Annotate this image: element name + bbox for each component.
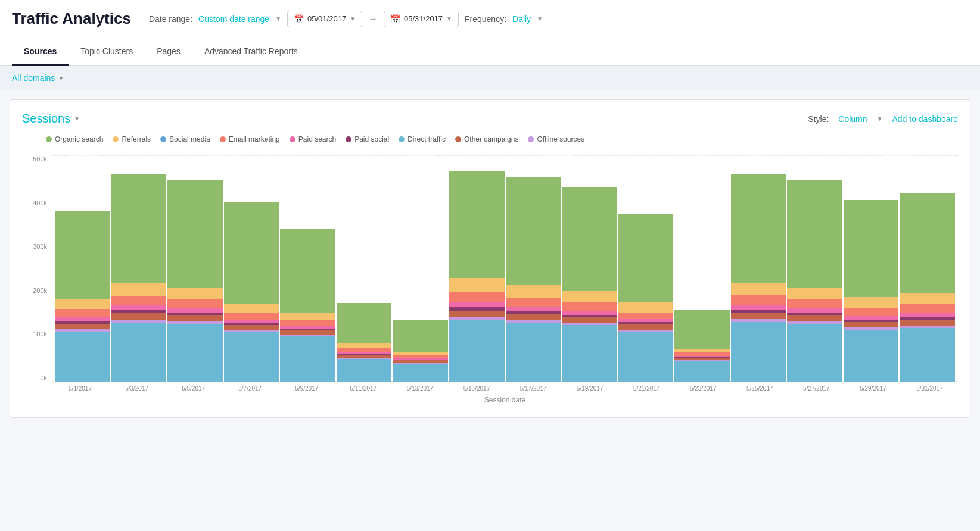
x-axis-label: 5/19/2017 [562, 385, 618, 392]
x-axis-label: 5/11/2017 [335, 385, 391, 392]
tab-advanced-traffic[interactable]: Advanced Traffic Reports [192, 38, 310, 66]
header-controls: Date range: Custom date range ▼ 📅 05/01/… [149, 11, 968, 27]
tab-sources[interactable]: Sources [12, 38, 69, 66]
x-axis-label: 5/1/2017 [52, 385, 108, 392]
bar-group[interactable] [167, 155, 223, 382]
bar-group[interactable] [562, 155, 617, 382]
bar-segment-organic [224, 202, 279, 304]
bar-group[interactable] [618, 155, 674, 382]
bar-segment-direct [55, 332, 110, 382]
legend-dot-offline [528, 136, 534, 142]
bar-group[interactable] [731, 155, 786, 382]
y-axis-label: 300k [33, 243, 47, 250]
bar-segment-referrals [224, 304, 279, 313]
legend-item-paid-search[interactable]: Paid search [290, 135, 336, 143]
tabs-navigation: Sources Topic Clusters Pages Advanced Tr… [0, 38, 980, 66]
legend-item-email[interactable]: Email marketing [220, 135, 280, 143]
x-axis-label: 5/17/2017 [505, 385, 562, 392]
bar-segment-referrals [731, 283, 786, 295]
date-range-arrow: ▼ [275, 15, 281, 22]
bar-segment-referrals [280, 313, 335, 320]
bar-segment-referrals [111, 283, 167, 295]
chart-title[interactable]: Sessions ▼ [22, 112, 80, 126]
legend-item-organic[interactable]: Organic search [46, 135, 103, 143]
style-arrow: ▼ [877, 115, 883, 122]
bar-group[interactable] [900, 155, 955, 382]
legend-dot-referrals [113, 136, 119, 142]
date-to-picker[interactable]: 📅 05/31/2017 ▼ [384, 11, 459, 27]
bar-segment-organic [167, 180, 223, 288]
bar-segment-other [562, 317, 617, 323]
legend-item-paid-social[interactable]: Paid social [346, 135, 389, 143]
bar-segment-other [731, 313, 786, 320]
legend-item-referrals[interactable]: Referrals [113, 135, 151, 143]
bar-segment-organic [787, 180, 842, 288]
bar-group[interactable] [787, 155, 842, 382]
bar-segment-email [167, 299, 223, 308]
x-axis-label: 5/31/2017 [901, 385, 958, 392]
calendar-to-icon: 📅 [390, 14, 400, 24]
bar-group[interactable] [449, 155, 505, 382]
bar-stack [224, 202, 279, 382]
bar-group[interactable] [337, 155, 392, 382]
bar-segment-organic [337, 303, 392, 343]
date-range-label: Date range: [149, 14, 192, 24]
bar-group[interactable] [111, 155, 167, 382]
bar-segment-other [449, 311, 505, 317]
bar-stack [167, 180, 223, 382]
bar-segment-email [449, 292, 505, 302]
bar-segment-email [562, 302, 617, 311]
bar-segment-email [900, 304, 955, 313]
bar-segment-organic [393, 320, 448, 352]
bar-segment-paid_search [167, 308, 223, 313]
bar-group[interactable] [224, 155, 279, 382]
bar-segment-referrals [167, 288, 223, 299]
date-from-picker[interactable]: 📅 05/01/2017 ▼ [287, 11, 362, 27]
bar-group[interactable] [506, 155, 561, 382]
bar-segment-direct [674, 361, 730, 382]
bar-segment-direct [844, 330, 899, 382]
bar-segment-other [55, 324, 110, 329]
bar-segment-other [280, 330, 335, 335]
sessions-chart-section: Sessions ▼ Style: Column ▼ Add to dashbo… [10, 99, 970, 418]
date-range-dropdown[interactable]: Custom date range [198, 14, 269, 24]
bar-group[interactable] [55, 155, 110, 382]
legend-item-social[interactable]: Social media [160, 135, 210, 143]
bar-group[interactable] [844, 155, 899, 382]
tab-pages[interactable]: Pages [145, 38, 192, 66]
legend-item-direct[interactable]: Direct traffic [399, 135, 446, 143]
bar-segment-other [111, 313, 167, 320]
bar-segment-paid_search [506, 307, 561, 312]
legend-item-offline[interactable]: Offline sources [528, 135, 584, 143]
x-axis-title: Session date [52, 396, 958, 404]
x-axis-label: 5/15/2017 [448, 385, 505, 392]
bar-segment-organic [844, 200, 899, 297]
bar-segment-direct [224, 332, 279, 382]
bar-stack [787, 180, 842, 382]
bar-group[interactable] [280, 155, 335, 382]
bar-segment-organic [55, 211, 110, 299]
bar-group[interactable] [674, 155, 730, 382]
add-to-dashboard-button[interactable]: Add to dashboard [892, 114, 958, 124]
bar-stack [618, 214, 674, 382]
bar-group[interactable] [393, 155, 448, 382]
y-axis-label: 500k [33, 155, 47, 163]
frequency-label: Frequency: [465, 14, 506, 24]
date-range-arrow-separator: → [368, 14, 378, 24]
bar-stack [449, 171, 505, 382]
bar-stack [900, 193, 955, 382]
frequency-arrow: ▼ [537, 15, 543, 22]
bar-segment-paid_search [731, 305, 786, 310]
bar-stack [337, 303, 392, 382]
domain-arrow-icon: ▼ [58, 75, 64, 82]
legend-dot-email [220, 136, 226, 142]
bar-stack [562, 187, 617, 382]
style-dropdown[interactable]: Column [838, 114, 867, 124]
frequency-dropdown[interactable]: Daily [512, 14, 531, 24]
legend-item-other[interactable]: Other campaigns [455, 135, 518, 143]
tab-topic-clusters[interactable]: Topic Clusters [69, 38, 145, 66]
domain-filter[interactable]: All domains ▼ [12, 73, 64, 83]
x-axis-label: 5/7/2017 [222, 385, 278, 392]
bar-segment-direct [562, 325, 617, 382]
bar-segment-paid_search [787, 308, 842, 313]
